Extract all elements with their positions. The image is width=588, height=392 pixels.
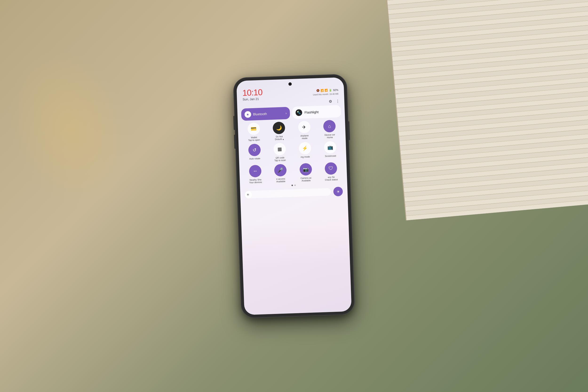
phone-body: 10:10 Sun, Jan 21 🔕 📶 📶 🔋 92% Used this …: [233, 74, 354, 318]
screencast-icon-btn: 📺: [324, 141, 336, 154]
nearby-share-label: Nearby ShaYour devices: [249, 178, 262, 184]
bluetooth-arrow-icon: ›: [286, 111, 287, 115]
dnd-icon-btn: 🌙: [272, 122, 285, 134]
data-usage-label: Used this month: 19.48 MB: [313, 92, 338, 96]
bluetooth-tile[interactable]: ★ Bluetooth ›: [241, 107, 290, 121]
wifi-icon: 📶: [320, 89, 324, 92]
panel-header-icons[interactable]: ⚙ ⋮: [329, 98, 340, 104]
auto-brightness-icon: ☀: [336, 189, 340, 194]
settings-icon[interactable]: ⚙: [329, 99, 332, 104]
wood-surface: [385, 0, 588, 220]
wallet-label: WalletTap to open: [248, 136, 260, 142]
auto-brightness-button[interactable]: ☀: [333, 187, 343, 196]
screencast-label: Screencast: [325, 154, 336, 157]
pagination-dots: [244, 183, 344, 188]
quick-toggles-grid-row2: ↺ Auto rotate ▦ QR codeTap to scan ⚡ ing…: [242, 140, 343, 163]
clock-time: 10:10: [242, 88, 262, 97]
mic-access-label: e accessAvailable: [276, 177, 285, 183]
time-date-block: 10:10 Sun, Jan 21: [242, 88, 263, 101]
wallet-icon-btn: 💳: [248, 122, 260, 135]
bluetooth-label: Bluetooth: [253, 112, 267, 116]
phone-screen: 10:10 Sun, Jan 21 🔕 📶 📶 🔋 92% Used this …: [236, 77, 352, 315]
flashlight-tile[interactable]: 🔦 Flashlight: [292, 105, 341, 119]
privacy-label: acy SeCheck status: [325, 176, 338, 181]
device-control-icon-btn: ⌂: [323, 120, 336, 132]
screencast-toggle[interactable]: 📺 Screencast: [318, 140, 342, 160]
charging-label: ing mode: [300, 155, 310, 158]
device-control-toggle[interactable]: ⌂ Device corHome: [317, 120, 342, 139]
charging-mode-toggle[interactable]: ⚡ ing mode: [293, 142, 317, 161]
mute-icon: 🔕: [316, 89, 320, 92]
battery-icon: 🔋: [329, 88, 332, 92]
brightness-row: ☀ ☀: [244, 186, 344, 200]
device-control-label: Device corHome: [324, 133, 336, 139]
airplane-label: Airplanemode: [300, 134, 309, 140]
auto-rotate-icon-btn: ↺: [248, 144, 261, 156]
brightness-sun-icon: ☀: [246, 192, 250, 196]
wallet-toggle[interactable]: 💳 WalletTap to open: [242, 122, 266, 142]
flashlight-label: Flashlight: [304, 110, 318, 114]
qr-code-label: QR codeTap to scan: [274, 156, 286, 162]
phone-device: 10:10 Sun, Jan 21 🔕 📶 📶 🔋 92% Used this …: [233, 74, 354, 318]
camera-access-icon-btn: 📷: [300, 163, 312, 176]
mic-access-icon-btn: 🎤: [274, 164, 287, 176]
dnd-toggle[interactable]: 🌙 Do NotDisturb ▴: [267, 121, 291, 141]
nearby-share-icon-btn: ↔: [249, 164, 262, 177]
quick-toggles-grid-row3: ↔ Nearby ShaYour devices 🎤 e accessAvail…: [243, 162, 344, 184]
camera-access-toggle[interactable]: 📷 Camera acAvailable: [294, 162, 318, 182]
nearby-share-toggle[interactable]: ↔ Nearby ShaYour devices: [243, 164, 268, 184]
charging-icon-btn: ⚡: [299, 142, 312, 154]
auto-rotate-label: Auto rotate: [249, 157, 260, 160]
qr-code-toggle[interactable]: ▦ QR codeTap to scan: [268, 142, 292, 162]
camera-notch: [288, 82, 292, 86]
dnd-label: Do NotDisturb ▴: [275, 135, 284, 140]
bluetooth-icon: ★: [244, 111, 251, 118]
privacy-icon-btn: 🛡: [324, 162, 337, 175]
battery-percent: 92%: [333, 88, 338, 92]
status-icons-block: 🔕 📶 📶 🔋 92% Used this month: 19.48 MB: [313, 88, 338, 96]
signal-icon: 📶: [324, 89, 328, 92]
quick-toggles-grid-row1: 💳 WalletTap to open 🌙 Do NotDisturb ▴ ✈ …: [242, 120, 342, 142]
auto-rotate-toggle[interactable]: ↺ Auto rotate: [242, 143, 267, 163]
dot-2: [294, 184, 296, 186]
airplane-icon-btn: ✈: [298, 121, 311, 133]
more-options-icon[interactable]: ⋮: [336, 98, 340, 103]
clock-date: Sun, Jan 21: [242, 97, 263, 101]
camera-access-label: Camera acAvailable: [300, 176, 312, 182]
brightness-slider[interactable]: ☀: [245, 188, 331, 198]
privacy-toggle[interactable]: 🛡 acy SeCheck status: [319, 162, 344, 181]
dot-1: [292, 184, 293, 186]
airplane-toggle[interactable]: ✈ Airplanemode: [292, 120, 316, 140]
qr-code-icon-btn: ▦: [273, 142, 286, 155]
mic-access-toggle[interactable]: 🎤 e accessAvailable: [268, 164, 293, 183]
status-icons-top: 🔕 📶 📶 🔋 92%: [316, 88, 338, 92]
flashlight-icon: 🔦: [296, 109, 302, 116]
